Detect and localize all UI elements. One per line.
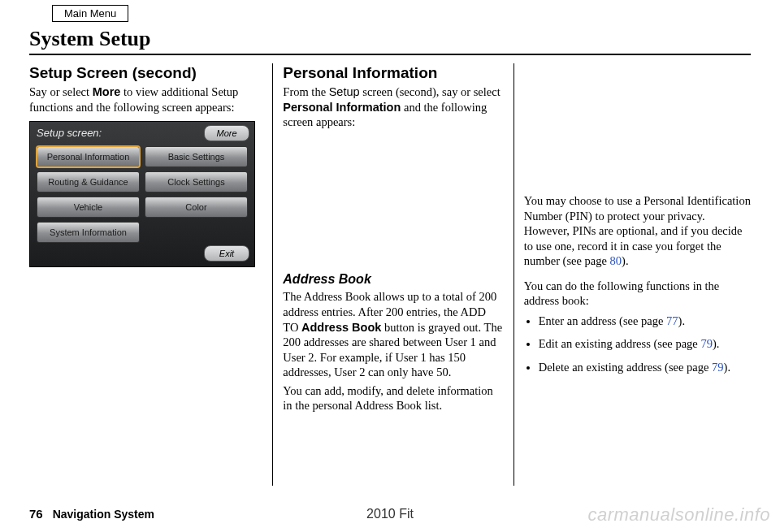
- column-2: Personal Information From the Setup scre…: [272, 63, 514, 486]
- list-item: Enter an address (see page 77).: [539, 314, 751, 329]
- col1-heading: Setup Screen (second): [29, 63, 262, 83]
- address-book-para2: You can add, modify, and delete informat…: [283, 383, 503, 413]
- setup-screen-preview: Setup screen: More Personal Information …: [29, 121, 255, 267]
- setup-screen-title: Setup screen:: [37, 127, 102, 141]
- addr-bold: Address Book: [301, 321, 381, 334]
- b1b: ).: [678, 314, 685, 327]
- col2-intro-b: screen (second), say or select: [360, 85, 500, 98]
- main-menu-button[interactable]: Main Menu: [52, 5, 128, 22]
- col1-intro-bold: More: [93, 85, 121, 98]
- section-name: Navigation System: [53, 508, 154, 521]
- watermark: carmanualsonline.info: [587, 504, 770, 526]
- vehicle-button[interactable]: Vehicle: [37, 197, 140, 218]
- pin-para: You may choose to use a Personal Identif…: [524, 193, 751, 269]
- page-link-77[interactable]: 77: [666, 314, 678, 327]
- page-number: 76: [29, 507, 43, 521]
- column-1: Setup Screen (second) Say or select More…: [29, 63, 272, 486]
- col2-intro-bold: Personal Information: [283, 101, 401, 114]
- more-button[interactable]: More: [204, 125, 249, 141]
- clock-settings-button[interactable]: Clock Settings: [145, 171, 248, 192]
- b1a: Enter an address (see page: [539, 314, 666, 327]
- b3a: Delete an existing address (see page: [539, 361, 712, 374]
- address-book-heading: Address Book: [283, 271, 503, 288]
- exit-button[interactable]: Exit: [204, 245, 249, 262]
- model-year: 2010 Fit: [366, 507, 414, 521]
- manual-page: Main Menu System Setup Setup Screen (sec…: [0, 0, 780, 532]
- column-3: You may choose to use a Personal Identif…: [514, 63, 751, 486]
- list-item: Edit an existing address (see page 79).: [539, 336, 751, 352]
- col2-image-placeholder: [283, 133, 503, 271]
- color-button[interactable]: Color: [145, 197, 248, 218]
- b2a: Edit an existing address (see page: [539, 337, 701, 350]
- page-title: System Setup: [29, 27, 751, 51]
- title-rule: [29, 54, 751, 55]
- page-link-79b[interactable]: 79: [712, 361, 724, 374]
- col1-intro-a: Say or select: [29, 85, 93, 98]
- pin-a: You may choose to use a Personal Identif…: [524, 194, 751, 267]
- list-item: Delete an existing address (see page 79)…: [539, 360, 751, 375]
- col3-spacer: [524, 63, 751, 193]
- b3b: ).: [724, 361, 730, 374]
- col2-intro-setup: Setup: [329, 85, 360, 98]
- col2-intro: From the Setup screen (second), say or s…: [283, 84, 503, 130]
- page-link-80[interactable]: 80: [610, 254, 622, 267]
- basic-settings-button[interactable]: Basic Settings: [145, 146, 248, 167]
- personal-information-button[interactable]: Personal Information: [37, 146, 140, 167]
- pin-b: ).: [622, 254, 628, 267]
- function-list: Enter an address (see page 77). Edit an …: [524, 314, 751, 375]
- col2-heading: Personal Information: [283, 63, 503, 83]
- main-menu-wrap: Main Menu: [52, 5, 751, 22]
- page-link-79[interactable]: 79: [700, 337, 713, 350]
- b2b: ).: [713, 337, 719, 350]
- system-information-button[interactable]: System Information: [37, 222, 140, 243]
- routing-guidance-button[interactable]: Routing & Guidance: [37, 171, 140, 192]
- col2-intro-a: From the: [283, 85, 328, 98]
- address-book-para1: The Address Book allows up to a total of…: [283, 289, 503, 379]
- setup-button-grid: Personal Information Basic Settings Rout…: [37, 146, 248, 243]
- col1-intro: Say or select More to view additional Se…: [29, 84, 262, 115]
- func-intro: You can do the following functions in th…: [524, 279, 751, 309]
- content-columns: Setup Screen (second) Say or select More…: [29, 63, 751, 486]
